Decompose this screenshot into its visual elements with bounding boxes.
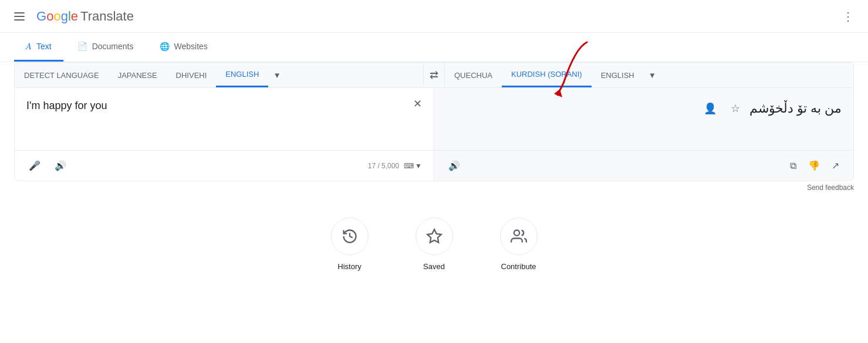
- detect-language-btn[interactable]: DETECT LANGUAGE: [15, 64, 109, 87]
- tab-websites[interactable]: 🌐 Websites: [148, 33, 219, 61]
- speaker-icon: 🔊: [448, 161, 460, 171]
- thumbs-down-icon: 👎: [808, 161, 820, 171]
- speaker-icon: 🔊: [55, 161, 66, 171]
- tab-bar: 𝐴 Text 📄 Documents 🌐 Websites: [0, 33, 868, 62]
- text-tab-icon: 𝐴: [26, 41, 32, 52]
- translated-text: من به‌ تۆ دڵخۆشم: [749, 101, 842, 116]
- source-panel: I'm happy for you ✕ 🎤 🔊 17 / 5,000: [15, 88, 434, 181]
- keyboard-icon: ⌨: [404, 162, 414, 170]
- chevron-down-icon: ▼: [649, 71, 656, 80]
- logo-google: Google: [36, 9, 78, 24]
- history-icon-circle: [331, 218, 369, 255]
- source-lang-expand-btn[interactable]: ▼: [268, 66, 285, 84]
- target-footer-left: 🔊: [444, 155, 465, 176]
- tab-websites-label: Websites: [174, 42, 208, 51]
- char-count: 17 / 5,000: [368, 162, 399, 170]
- tab-documents[interactable]: 📄 Documents: [66, 33, 146, 61]
- target-panel: 👤 ☆ من به‌ تۆ دڵخۆشم 🔊: [434, 88, 853, 181]
- english-source-lang-btn[interactable]: ENGLISH: [216, 63, 268, 87]
- japanese-lang-btn[interactable]: JAPANESE: [109, 64, 167, 87]
- saved-label: Saved: [423, 262, 445, 271]
- logo-translate-text: Translate: [80, 9, 134, 24]
- tab-documents-label: Documents: [92, 42, 134, 51]
- chevron-down-icon: ▼: [273, 71, 281, 80]
- more-options-button[interactable]: ⋮: [837, 5, 859, 28]
- translation-panels: I'm happy for you ✕ 🎤 🔊 17 / 5,000: [14, 87, 854, 181]
- more-icon: ⋮: [842, 9, 854, 23]
- quechua-lang-btn[interactable]: QUECHUA: [445, 64, 502, 87]
- contribute-nav-item[interactable]: Contribute: [500, 218, 538, 271]
- listen-translation-btn[interactable]: 🔊: [444, 155, 465, 176]
- language-bar: DETECT LANGUAGE JAPANESE DHIVEHI ENGLISH…: [14, 62, 854, 87]
- keyboard-button[interactable]: ⌨ ▼: [401, 159, 424, 172]
- target-lang-bar: QUECHUA KURDISH (SORANI) ENGLISH ▼: [445, 63, 853, 87]
- send-feedback-text: Send feedback: [807, 184, 854, 192]
- source-panel-footer: 🎤 🔊 17 / 5,000 ⌨ ▼: [15, 150, 434, 181]
- person-add-icon: 👤: [704, 103, 717, 114]
- favorite-btn[interactable]: ☆: [726, 97, 745, 120]
- documents-tab-icon: 📄: [77, 42, 87, 51]
- copy-translation-btn[interactable]: ⧉: [785, 156, 801, 176]
- save-translation-btn[interactable]: 👤: [699, 97, 721, 120]
- contribute-label: Contribute: [501, 262, 536, 271]
- target-footer-right: ⧉ 👎 ↗: [785, 155, 844, 176]
- microphone-btn[interactable]: 🎤: [24, 155, 45, 176]
- logo: Google Translate: [36, 9, 134, 24]
- translate-container: DETECT LANGUAGE JAPANESE DHIVEHI ENGLISH…: [0, 62, 868, 181]
- listen-btn[interactable]: 🔊: [50, 155, 71, 176]
- kurdish-sorani-lang-btn[interactable]: KURDISH (SORANI): [502, 63, 592, 87]
- saved-icon-circle: [416, 218, 453, 255]
- share-btn[interactable]: ↗: [827, 155, 844, 176]
- history-label: History: [337, 262, 361, 271]
- send-feedback[interactable]: Send feedback: [0, 181, 868, 194]
- hamburger-menu[interactable]: [9, 8, 29, 25]
- bottom-navigation: History Saved Contribute: [0, 218, 868, 294]
- source-lang-bar: DETECT LANGUAGE JAPANESE DHIVEHI ENGLISH…: [15, 63, 423, 87]
- header: Google Translate ⋮: [0, 0, 868, 33]
- thumbs-down-btn[interactable]: 👎: [803, 155, 825, 176]
- english-target-lang-btn[interactable]: ENGLISH: [592, 64, 644, 87]
- source-footer-left: 🎤 🔊: [24, 155, 71, 176]
- tab-text[interactable]: 𝐴 Text: [14, 33, 63, 62]
- star-icon: ☆: [731, 103, 740, 114]
- target-panel-footer: 🔊 ⧉ 👎 ↗: [434, 150, 853, 181]
- header-right: ⋮: [837, 5, 859, 28]
- saved-nav-item[interactable]: Saved: [416, 218, 453, 271]
- contribute-icon-circle: [500, 218, 538, 255]
- source-text-input[interactable]: I'm happy for you: [15, 88, 434, 150]
- copy-icon: ⧉: [790, 161, 796, 171]
- share-icon: ↗: [832, 161, 839, 171]
- swap-icon: ⇄: [430, 69, 438, 81]
- microphone-icon: 🎤: [29, 161, 40, 171]
- svg-point-2: [514, 230, 519, 236]
- source-footer-right: 17 / 5,000 ⌨ ▼: [368, 159, 424, 172]
- header-left: Google Translate: [9, 8, 134, 25]
- svg-marker-1: [427, 229, 441, 242]
- keyboard-chevron: ▼: [415, 162, 422, 170]
- swap-languages-btn[interactable]: ⇄: [423, 63, 445, 87]
- target-lang-expand-btn[interactable]: ▼: [644, 66, 661, 84]
- websites-tab-icon: 🌐: [160, 42, 170, 51]
- history-nav-item[interactable]: History: [331, 218, 369, 271]
- dhivehi-lang-btn[interactable]: DHIVEHI: [167, 64, 217, 87]
- clear-input-button[interactable]: ✕: [408, 95, 427, 113]
- tab-text-label: Text: [36, 42, 52, 51]
